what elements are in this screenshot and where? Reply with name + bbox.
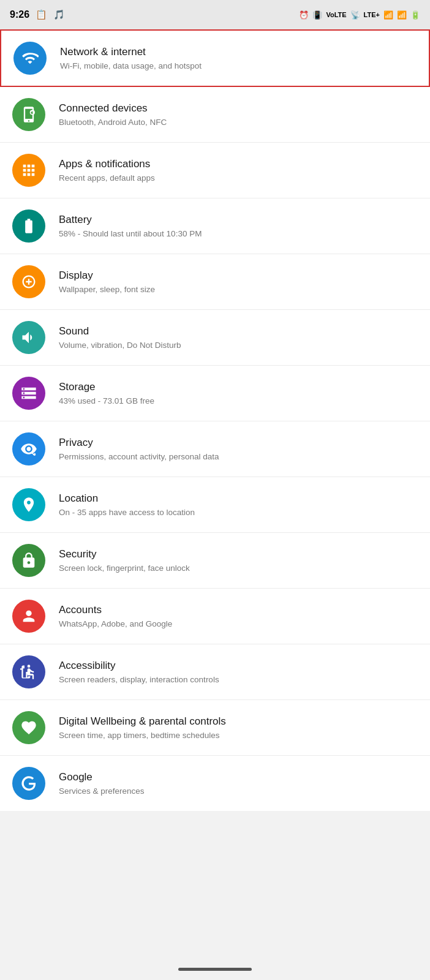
item-text-network: Network & internet Wi-Fi, mobile, data u… [60,45,202,72]
connected-icon [12,98,45,131]
item-title-privacy: Privacy [59,436,219,450]
item-text-battery: Battery 58% - Should last until about 10… [59,213,202,239]
item-title-security: Security [59,548,190,561]
bottom-bar [0,958,430,980]
battery-icon [12,209,45,243]
item-text-display: Display Wallpaper, sleep, font size [59,269,155,295]
settings-item-battery[interactable]: Battery 58% - Should last until about 10… [0,198,430,254]
sound-icon [12,321,45,354]
item-subtitle-accessibility: Screen readers, display, interaction con… [59,674,219,685]
privacy-icon [12,432,45,466]
settings-item-privacy[interactable]: Privacy Permissions, account activity, p… [0,421,430,477]
item-subtitle-storage: 43% used - 73.01 GB free [59,396,154,407]
item-text-accessibility: Accessibility Screen readers, display, i… [59,659,219,685]
settings-item-sound[interactable]: Sound Volume, vibration, Do Not Disturb [0,310,430,366]
item-text-security: Security Screen lock, fingerprint, face … [59,548,190,574]
settings-item-network[interactable]: Network & internet Wi-Fi, mobile, data u… [0,29,430,87]
item-subtitle-google: Services & preferences [59,786,145,797]
accessibility-icon [12,655,45,688]
settings-item-location[interactable]: Location On - 35 apps have access to loc… [0,477,430,533]
signal1-icon: 📶 [383,10,393,20]
wellbeing-icon [12,711,45,744]
item-text-accounts: Accounts WhatsApp, Adobe, and Google [59,603,172,630]
item-title-network: Network & internet [60,45,202,59]
item-title-digital-wellbeing: Digital Wellbeing & parental controls [59,715,226,728]
storage-icon [12,377,45,410]
item-title-connected-devices: Connected devices [59,102,167,115]
item-subtitle-location: On - 35 apps have access to location [59,507,195,518]
item-title-display: Display [59,269,155,282]
display-icon [12,265,45,298]
settings-item-connected-devices[interactable]: Connected devices Bluetooth, Android Aut… [0,87,430,143]
settings-item-accounts[interactable]: Accounts WhatsApp, Adobe, and Google [0,589,430,644]
alarm-icon: ⏰ [299,10,309,20]
lte-icon: LTE+ [364,11,380,18]
signal2-icon: 📶 [397,10,407,20]
accounts-icon [12,600,45,633]
item-text-connected-devices: Connected devices Bluetooth, Android Aut… [59,102,167,128]
item-title-apps: Apps & notifications [59,157,155,171]
item-subtitle-display: Wallpaper, sleep, font size [59,284,155,295]
status-left: 9:26 📋 🎵 [10,9,65,20]
svg-point-2 [28,665,31,668]
item-subtitle-network: Wi-Fi, mobile, data usage, and hotspot [60,61,202,72]
settings-item-apps[interactable]: Apps & notifications Recent apps, defaul… [0,143,430,198]
item-title-accessibility: Accessibility [59,659,219,673]
status-right: ⏰ 📳 VoLTE 📡 LTE+ 📶 📶 🔋 [299,10,420,20]
screenshot-icon: 📋 [36,9,47,20]
settings-list: Network & internet Wi-Fi, mobile, data u… [0,29,430,811]
item-title-sound: Sound [59,325,181,338]
item-text-privacy: Privacy Permissions, account activity, p… [59,436,219,462]
item-title-battery: Battery [59,213,202,227]
google-icon [12,767,45,800]
settings-item-display[interactable]: Display Wallpaper, sleep, font size [0,254,430,310]
item-text-apps: Apps & notifications Recent apps, defaul… [59,157,155,184]
settings-item-accessibility[interactable]: Accessibility Screen readers, display, i… [0,644,430,700]
item-text-location: Location On - 35 apps have access to loc… [59,492,195,518]
security-icon [12,544,45,577]
item-title-accounts: Accounts [59,603,172,617]
item-title-location: Location [59,492,195,505]
settings-item-digital-wellbeing[interactable]: Digital Wellbeing & parental controls Sc… [0,700,430,756]
item-text-storage: Storage 43% used - 73.01 GB free [59,380,154,407]
location-icon [12,488,45,521]
svg-point-1 [34,454,36,456]
hotspot-icon: 📡 [350,10,360,20]
item-text-sound: Sound Volume, vibration, Do Not Disturb [59,325,181,351]
item-subtitle-battery: 58% - Should last until about 10:30 PM [59,228,202,239]
status-time: 9:26 [10,9,29,20]
settings-item-storage[interactable]: Storage 43% used - 73.01 GB free [0,366,430,421]
item-subtitle-accounts: WhatsApp, Adobe, and Google [59,619,172,630]
item-title-google: Google [59,771,145,784]
item-text-google: Google Services & preferences [59,771,145,797]
volte-icon: VoLTE [326,11,346,18]
wifi-icon [13,42,47,75]
apps-icon [12,154,45,187]
item-subtitle-sound: Volume, vibration, Do Not Disturb [59,340,181,351]
item-subtitle-apps: Recent apps, default apps [59,173,155,184]
item-text-digital-wellbeing: Digital Wellbeing & parental controls Sc… [59,715,226,741]
item-title-storage: Storage [59,380,154,394]
battery-icon: 🔋 [410,10,420,20]
status-bar: 9:26 📋 🎵 ⏰ 📳 VoLTE 📡 LTE+ 📶 📶 🔋 [0,0,430,29]
settings-item-security[interactable]: Security Screen lock, fingerprint, face … [0,533,430,589]
shazam-icon: 🎵 [53,9,65,20]
item-subtitle-connected-devices: Bluetooth, Android Auto, NFC [59,117,167,128]
item-subtitle-digital-wellbeing: Screen time, app timers, bedtime schedul… [59,730,226,741]
vibrate-icon: 📳 [312,10,322,20]
home-indicator [178,968,252,971]
item-subtitle-privacy: Permissions, account activity, personal … [59,451,219,462]
settings-item-google[interactable]: Google Services & preferences [0,756,430,811]
item-subtitle-security: Screen lock, fingerprint, face unlock [59,563,190,574]
